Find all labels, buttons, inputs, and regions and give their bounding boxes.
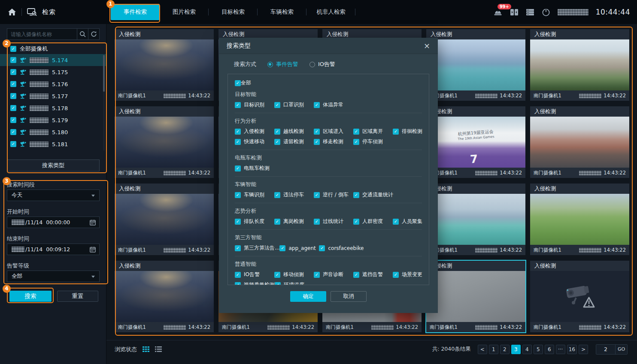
alarm-level-select[interactable]: 全部 [7, 271, 100, 282]
checkbox-option[interactable]: ✓IO告警 [235, 271, 274, 278]
checkbox-checked-icon[interactable]: ✓ [10, 117, 16, 123]
checkbox-option[interactable]: ✓目标识别 [235, 101, 274, 108]
checkbox-checked-icon[interactable]: ✓ [10, 105, 16, 111]
page-next-button[interactable]: > [579, 345, 588, 354]
tab-4[interactable]: 车辆检索 [258, 0, 306, 24]
checkbox-checked-icon[interactable]: ✓ [10, 129, 16, 135]
page-button-5[interactable]: 5 [534, 345, 543, 354]
radio-option[interactable]: IO告警 [309, 60, 335, 68]
page-button-2[interactable]: 2 [500, 345, 510, 354]
go-button[interactable]: GO [615, 345, 627, 354]
checkbox-option[interactable]: ✓遗留检测 [274, 138, 314, 145]
checkbox-option[interactable]: ✓场景变更 [393, 271, 422, 278]
checkbox-checked-icon[interactable]: ✓ [10, 93, 16, 99]
list-view-icon[interactable] [155, 346, 162, 352]
checkbox-checked-icon[interactable]: ✓ [314, 192, 320, 198]
calendar-icon[interactable] [90, 247, 96, 254]
checkbox-option[interactable]: ✓人群密度 [353, 218, 393, 225]
checkbox-checked-icon[interactable]: ✓ [10, 46, 16, 52]
checkbox-checked-icon[interactable]: ✓ [353, 272, 359, 278]
page-button-6[interactable]: 6 [545, 345, 554, 354]
checkbox-checked-icon[interactable]: ✓ [235, 282, 241, 286]
checkbox-checked-icon[interactable]: ✓ [314, 272, 320, 278]
checkbox-checked-icon[interactable]: ✓ [314, 129, 320, 135]
camera-list-item[interactable]: ✓5.181 [0, 138, 106, 150]
page-prev-button[interactable]: < [478, 345, 487, 354]
search-button[interactable]: 搜索 [9, 291, 52, 302]
checkbox-checked-icon[interactable]: ✓ [274, 219, 280, 225]
scrollbar-thumb[interactable] [103, 55, 105, 92]
page-button-···[interactable]: ··· [556, 345, 565, 354]
checkbox-checked-icon[interactable]: ✓ [353, 192, 359, 198]
checkbox-option[interactable]: ✓口罩识别 [274, 101, 314, 108]
checkbox-checked-icon[interactable]: ✓ [235, 245, 241, 251]
event-card[interactable]: 入侵检测南门摄像机114:43:22 [530, 29, 629, 101]
checkbox-option[interactable]: ✓环境温度 [275, 281, 304, 285]
checkbox-checked-icon[interactable]: ✓ [235, 272, 241, 278]
search-type-button[interactable]: 搜索类型 [7, 159, 100, 171]
checkbox-checked-icon[interactable]: ✓ [10, 141, 16, 147]
checkbox-option[interactable]: ✓排队长度 [235, 218, 274, 225]
event-card[interactable]: 入侵检测南门摄像机114:43:22 [115, 29, 214, 101]
checkbox-option[interactable]: ✓违法停车 [274, 191, 314, 199]
event-card[interactable]: 入侵检测南门摄像机114:43:22 [530, 184, 629, 255]
camera-list-item[interactable]: ✓5.175 [0, 66, 106, 78]
ok-button[interactable]: 确定 [290, 291, 326, 302]
checkbox-checked-icon[interactable]: ✓ [393, 219, 399, 225]
select-all-cameras[interactable]: ✓ 全部摄像机 [0, 44, 106, 54]
page-button-4[interactable]: 4 [522, 345, 532, 354]
grid-view-icon[interactable] [143, 346, 149, 352]
checkbox-option[interactable]: ✓移走检测 [314, 138, 353, 145]
checkbox-checked-icon[interactable]: ✓ [314, 139, 320, 145]
camera-list-item[interactable]: ✓5.174 [0, 54, 106, 66]
checkbox-option[interactable]: ✓区域进入 [314, 128, 353, 135]
page-jump-input[interactable] [596, 345, 615, 354]
checkbox-option[interactable]: ✓停车侦测 [353, 138, 383, 145]
checkbox-checked-icon[interactable]: ✓ [353, 219, 359, 225]
checkbox-checked-icon[interactable]: ✓ [353, 129, 359, 135]
checkbox-option[interactable]: ✓人员聚集 [393, 218, 422, 225]
checkbox-option[interactable]: ✓过线统计 [314, 218, 353, 225]
checkbox-checked-icon[interactable]: ✓ [235, 219, 241, 225]
split-panels-icon[interactable] [510, 9, 519, 16]
start-time-input[interactable]: /11/14 00:00:00 [7, 217, 100, 228]
event-card[interactable]: 入侵检测南门摄像机114:43:22 [530, 261, 629, 332]
checkbox-checked-icon[interactable]: ✓ [279, 245, 285, 251]
checkbox-option[interactable]: ✓快速移动 [235, 138, 274, 145]
close-icon[interactable]: × [424, 42, 430, 50]
checkbox-option[interactable]: ✓遮挡告警 [353, 271, 393, 278]
checkbox-checked-icon[interactable]: ✓ [10, 81, 16, 87]
camera-list-scrollbar[interactable] [103, 55, 105, 151]
tab-1[interactable]: 事件检索 [111, 4, 160, 20]
event-card[interactable]: 入侵检测南门摄像机114:43:22 [426, 29, 525, 101]
checkbox-option[interactable]: ✓入侵检测 [235, 128, 274, 135]
camera-list-item[interactable]: ✓5.177 [0, 90, 106, 102]
checkbox-option[interactable]: ✓逆行 / 倒车 [314, 191, 353, 199]
refresh-icon[interactable] [88, 29, 99, 39]
reset-button[interactable]: 重置 [57, 291, 98, 302]
checkbox-checked-icon[interactable]: ✓ [10, 69, 16, 75]
checkbox-checked-icon[interactable]: ✓ [393, 272, 399, 278]
checkbox-checked-icon[interactable]: ✓ [235, 165, 241, 171]
checkbox-checked-icon[interactable]: ✓ [235, 129, 241, 135]
checkbox-checked-icon[interactable]: ✓ [275, 282, 281, 286]
checkbox-option[interactable]: ✓app_agent [279, 245, 319, 251]
checkbox-checked-icon[interactable]: ✓ [235, 80, 241, 86]
checkbox-option[interactable]: ✓电瓶车检测 [235, 165, 270, 172]
event-card[interactable]: 入侵检测南门摄像机114:43:22 [115, 184, 214, 255]
checkbox-checked-icon[interactable]: ✓ [393, 129, 399, 135]
alarm-bell-icon[interactable]: 99+ [493, 8, 503, 16]
event-card[interactable]: 入侵检测南门摄像机114:43:22 [426, 261, 525, 332]
checkbox-checked-icon[interactable]: ✓ [319, 245, 325, 251]
select-all-types[interactable]: ✓全部 [235, 79, 422, 87]
checkbox-option[interactable]: ✓交通流量统计 [353, 191, 393, 199]
checkbox-checked-icon[interactable]: ✓ [235, 139, 241, 145]
cancel-button[interactable]: 取消 [331, 291, 367, 302]
event-card[interactable]: 入侵检测南门摄像机114:43:22 [115, 261, 214, 332]
camera-list-item[interactable]: ✓5.178 [0, 102, 106, 114]
page-button-1[interactable]: 1 [489, 345, 498, 354]
camera-list-item[interactable]: ✓5.176 [0, 78, 106, 90]
checkbox-option[interactable]: ✓移动侦测 [274, 271, 314, 278]
end-time-input[interactable]: /11/14 00:09:12 [7, 244, 100, 255]
event-card[interactable]: 入侵检测杭州第19届亚运会The 19th Asian Games7南门摄像机1… [426, 106, 525, 178]
